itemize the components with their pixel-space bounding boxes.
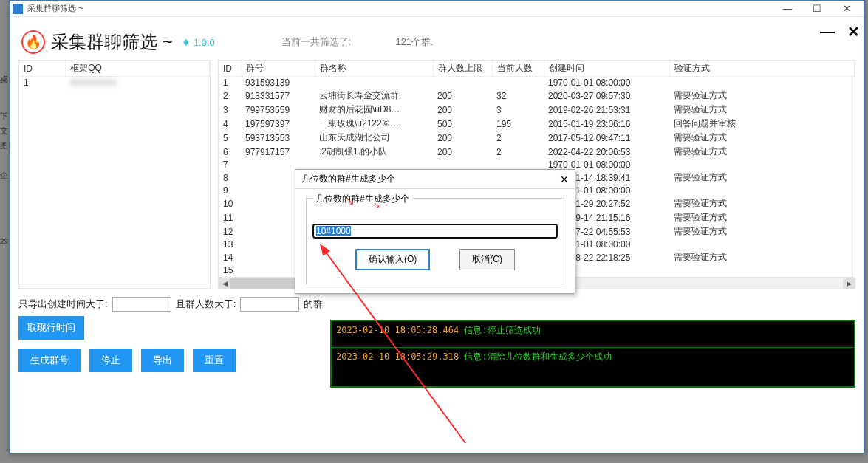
input-dialog: 几位数的群#生成多少个 ✕ 几位数的群#生成多少个 确认输入(O) 取消(C): [295, 169, 575, 294]
header: 🔥 采集群聊筛选 ~ ♦ 1.0.0 当前一共筛选了: 121个群. — ✕: [10, 17, 864, 60]
log-row: 2023-02-10 18:05:29.318 信息:清除几位数群和生成多少个成…: [332, 348, 854, 374]
header-close-icon[interactable]: ✕: [847, 23, 860, 41]
export-button[interactable]: 导出: [141, 349, 184, 372]
app-title: 采集群聊筛选 ~: [51, 30, 173, 54]
maximize-button[interactable]: ☐: [802, 1, 832, 17]
col-header[interactable]: 群人数上限: [433, 61, 492, 77]
dialog-close-icon[interactable]: ✕: [560, 174, 569, 185]
table-row[interactable]: 6977917157.2胡凯强1.的小队20022022-04-22 20:06…: [219, 145, 855, 159]
generate-button[interactable]: 生成群号: [18, 349, 81, 372]
dialog-cancel-button[interactable]: 取消(C): [459, 249, 515, 270]
bg-hint: 下: [0, 111, 9, 122]
col-header[interactable]: 当前人数: [492, 61, 544, 77]
filter-time-input[interactable]: [112, 297, 171, 312]
col-header[interactable]: 验证方式: [669, 61, 855, 77]
col-header[interactable]: 创建时间: [544, 61, 669, 77]
bg-hint: 企: [0, 170, 9, 181]
bg-hint: 本: [0, 236, 9, 247]
scroll-right-icon[interactable]: ▶: [843, 278, 855, 289]
titlebar: 采集群聊筛选 ~ — ☐ ✕: [10, 1, 864, 17]
bg-hint: 图: [0, 140, 9, 151]
bg-hint: 文: [0, 126, 9, 137]
table-row[interactable]: 19315931391970-01-01 08:00:00: [219, 77, 855, 89]
dialog-ok-button[interactable]: 确认输入(O): [355, 249, 430, 270]
header-minimize-icon[interactable]: —: [820, 23, 835, 40]
dialog-titlebar: 几位数的群#生成多少个 ✕: [295, 170, 575, 189]
table-row[interactable]: 1XXXXXXXX: [19, 77, 210, 89]
window-title: 采集群聊筛选 ~: [27, 3, 773, 14]
log-row: 2023-02-10 18:05:28.464 信息:停止筛选成功: [332, 321, 854, 348]
table-row[interactable]: 3799753559财财的后花园\uD8…20032019-02-26 21:5…: [219, 103, 855, 117]
filter-suf-label: 的群: [304, 298, 323, 311]
diamond-icon: ♦: [183, 35, 189, 49]
filter-pre-label: 只导出创建时间大于:: [18, 298, 108, 311]
col-header[interactable]: 框架QQ: [66, 61, 210, 77]
dialog-title: 几位数的群#生成多少个: [301, 173, 560, 185]
table-row[interactable]: 4197597397一束玫瑰\u2122⑥…5001952015-01-19 2…: [219, 117, 855, 131]
minimize-button[interactable]: —: [773, 1, 802, 17]
current-label: 当前一共筛选了:: [281, 35, 352, 49]
filter-count-input[interactable]: [240, 297, 299, 312]
reset-button[interactable]: 重置: [193, 349, 236, 372]
col-header[interactable]: ID: [19, 61, 66, 77]
col-header[interactable]: 群号: [241, 61, 315, 77]
version-label: 1.0.0: [194, 37, 215, 48]
filter-mid-label: 且群人数大于:: [176, 298, 236, 311]
bg-hint: 桌: [0, 74, 9, 85]
dialog-input[interactable]: [312, 224, 558, 239]
dialog-label: 几位数的群#生成多少个: [312, 193, 412, 205]
table-row[interactable]: 5593713553山东天成湖北公司20022017-05-12 09:47:1…: [219, 131, 855, 145]
get-time-button[interactable]: 取现行时间: [18, 316, 84, 340]
close-button[interactable]: ✕: [832, 1, 861, 17]
table-row[interactable]: 2913331577云埔街长寿金交流群200322020-03-27 09:57…: [219, 89, 855, 103]
current-count: 121个群.: [395, 35, 433, 49]
stop-button[interactable]: 停止: [89, 349, 132, 372]
fire-icon: 🔥: [21, 30, 45, 54]
col-header[interactable]: 群名称: [315, 61, 433, 77]
dialog-frame: 几位数的群#生成多少个 确认输入(O) 取消(C): [306, 198, 564, 284]
col-header[interactable]: ID: [219, 61, 241, 77]
log-console: 2023-02-10 18:05:28.464 信息:停止筛选成功 2023-0…: [330, 320, 855, 388]
app-icon: [13, 4, 23, 14]
scroll-left-icon[interactable]: ◀: [219, 278, 230, 289]
left-table[interactable]: ID框架QQ 1XXXXXXXX: [18, 60, 211, 289]
